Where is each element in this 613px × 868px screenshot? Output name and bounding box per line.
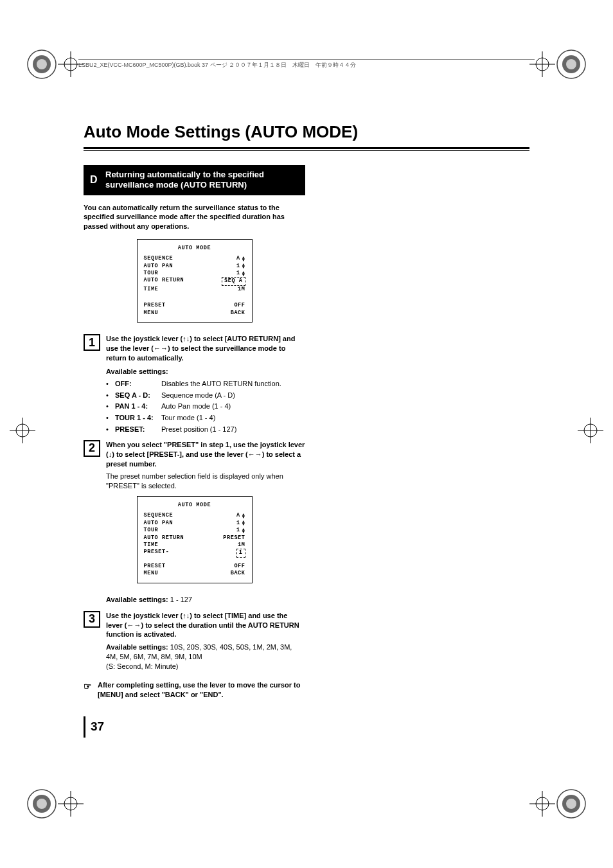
osd-title: AUTO MODE — [144, 245, 245, 251]
registration-mark-icon — [556, 49, 587, 80]
available-settings-label: Available settings: — [106, 596, 168, 603]
available-settings-label: Available settings: — [106, 367, 305, 376]
svg-point-11 — [566, 799, 576, 809]
svg-point-8 — [37, 799, 47, 809]
osd-row: SEQUENCEA▲▼ — [144, 255, 245, 262]
crosshair-icon — [58, 791, 84, 817]
pointer-icon: ☞ — [84, 680, 92, 693]
available-settings-label: Available settings: — [106, 643, 168, 651]
osd-row: MENUBACK — [144, 570, 245, 577]
step-1: 1 Use the joystick lever (↑↓) to select … — [84, 334, 305, 436]
osd-row: TOUR1▲▼ — [144, 270, 245, 277]
osd-row: PRESET-1 — [144, 549, 245, 557]
crosshair-icon — [529, 791, 555, 817]
step-number-box: 2 — [84, 440, 100, 457]
step-1-head: Use the joystick lever (↑↓) to select [A… — [106, 334, 305, 363]
intro-text: You can automatically return the surveil… — [84, 203, 305, 232]
completion-note: ☞ After completing setting, use the leve… — [84, 680, 305, 700]
section-title: Returning automatically to the specified… — [105, 170, 264, 190]
setting-row: •OFF:Disables the AUTO RETURN function. — [106, 379, 305, 389]
page-number: 37 — [84, 716, 104, 738]
step-2-body: The preset number selection field is dis… — [106, 472, 305, 491]
svg-point-2 — [37, 59, 47, 69]
title-rule-thin — [84, 150, 529, 151]
setting-row: •PRESET:Preset position (1 - 127) — [106, 425, 305, 434]
osd-row: TIME1M — [144, 286, 245, 293]
osd-row: AUTO PAN1▲▼ — [144, 520, 245, 527]
step-2: 2 When you select "PRESET" in step 1, us… — [84, 440, 305, 491]
section-letter: D — [90, 173, 98, 186]
osd-row: AUTO PAN1▲▼ — [144, 263, 245, 270]
header-line: LSBU2_XE(VCC-MC600P_MC500P)(GB).book 37 … — [78, 59, 535, 69]
osd-title: AUTO MODE — [144, 502, 245, 508]
note-text: After completing setting, use the lever … — [98, 681, 300, 698]
registration-mark-icon — [26, 49, 57, 80]
step-number-box: 1 — [84, 334, 100, 351]
osd-row: AUTO RETURNSEQ A — [144, 277, 245, 285]
registration-mark-icon — [26, 788, 57, 819]
step-2-settings: Available settings: 1 - 127 — [106, 595, 305, 605]
available-settings-value: 1 - 127 — [170, 596, 192, 603]
osd-row: AUTO RETURNPRESET — [144, 535, 245, 542]
setting-row: •SEQ A - D:Sequence mode (A - D) — [106, 391, 305, 400]
osd-display-2: AUTO MODE SEQUENCEA▲▼AUTO PAN1▲▼TOUR1▲▼A… — [137, 496, 253, 583]
crosshair-icon — [578, 418, 603, 443]
title-rule — [84, 147, 529, 149]
step-2-head: When you select "PRESET" in step 1, use … — [106, 440, 305, 469]
osd-row: SEQUENCEA▲▼ — [144, 512, 245, 519]
section-banner: D Returning automatically to the specifi… — [84, 165, 305, 195]
registration-mark-icon — [556, 788, 587, 819]
step-3-head: Use the joystick lever (↑↓) to select [T… — [106, 611, 305, 640]
osd-row: PRESETOFF — [144, 563, 245, 570]
page-title: Auto Mode Settings (AUTO MODE) — [84, 122, 529, 142]
crosshair-icon — [10, 418, 35, 443]
step-number-box: 3 — [84, 611, 100, 628]
step-3: 3 Use the joystick lever (↑↓) to select … — [84, 611, 305, 671]
osd-row: TOUR1▲▼ — [144, 527, 245, 534]
osd-row: MENUBACK — [144, 310, 245, 317]
setting-row: •PAN 1 - 4:Auto Pan mode (1 - 4) — [106, 402, 305, 411]
osd-row: TIME1M — [144, 542, 245, 549]
osd-row: PRESETOFF — [144, 302, 245, 309]
osd-display-1: AUTO MODE SEQUENCEA▲▼AUTO PAN1▲▼TOUR1▲▼A… — [137, 239, 253, 323]
svg-point-5 — [566, 59, 576, 69]
setting-row: •TOUR 1 - 4:Tour mode (1 - 4) — [106, 413, 305, 423]
